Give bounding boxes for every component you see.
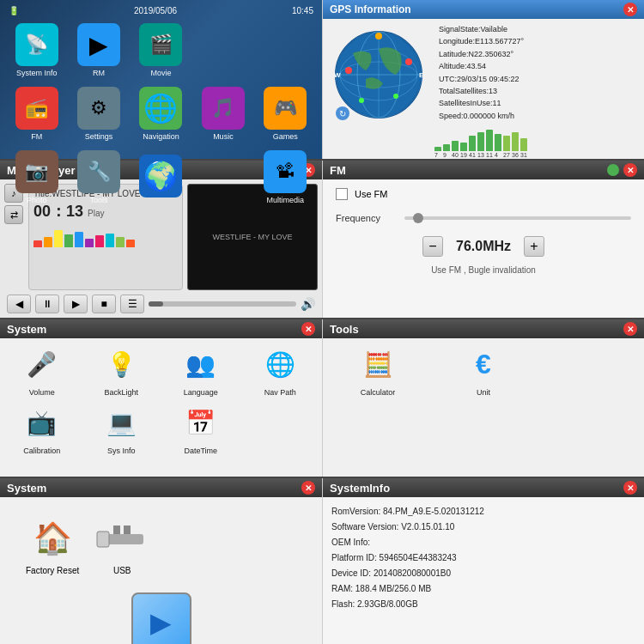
- sys-volume[interactable]: 🎤 Volume: [4, 343, 80, 397]
- app-movie[interactable]: 🎬 Movie: [131, 20, 191, 81]
- fm-use-label: Use FM: [355, 189, 388, 199]
- gps-close-button[interactable]: ✕: [623, 3, 637, 16]
- music-progress-bar[interactable]: [149, 301, 296, 307]
- status-bar: 🔋 2019/05/06 10:45: [4, 4, 318, 17]
- svg-point-8: [405, 58, 412, 65]
- navpath-icon-img: 🌐: [258, 343, 301, 386]
- sys-sysinfo[interactable]: 💻 Sys Info: [84, 401, 160, 455]
- navigation-icon: 🌐: [139, 87, 182, 130]
- gps-bar-labels: 7 9 40 19 41 13 11 4 27 36 31: [434, 152, 640, 158]
- sys-language[interactable]: 👥 Language: [163, 343, 239, 397]
- unit-label: Unit: [477, 388, 490, 397]
- app-fm[interactable]: 📻 FM: [7, 83, 66, 144]
- empty-icon3: [202, 155, 245, 197]
- fm-frequency-value: 76.0MHz: [456, 239, 511, 254]
- app-music[interactable]: 🎵 Music: [193, 83, 252, 144]
- movie-label: Movie: [150, 69, 171, 77]
- factory-reset-icon[interactable]: 🏠 Factory Reset: [26, 514, 79, 575]
- platform-id: Platform ID: 5946504E44383243: [331, 550, 635, 566]
- app-rm[interactable]: ▶ RM: [69, 20, 128, 81]
- stop-button[interactable]: ■: [92, 295, 116, 313]
- app-nav2[interactable]: 🌍: [131, 147, 191, 208]
- factory-reset-img: 🏠: [27, 514, 78, 562]
- app-grid-panel: 🔋 2019/05/06 10:45 📡 System Info ▶ RM 🎬 …: [0, 0, 322, 159]
- app-tools[interactable]: 🔧 Tools: [69, 147, 128, 208]
- unit-icon-img: €: [462, 343, 505, 386]
- gps-signal-bars: [434, 125, 640, 151]
- pause-button[interactable]: ⏸: [35, 295, 59, 313]
- app-settings[interactable]: ⚙ Settings: [69, 83, 128, 144]
- fm-note: Use FM , Bugle invalidation: [336, 265, 631, 275]
- bottom-system-title: System: [7, 482, 46, 495]
- system-info-close-button[interactable]: ✕: [623, 481, 637, 495]
- language-icon-img: 👥: [179, 343, 222, 386]
- play-big-button[interactable]: ▶: [131, 592, 191, 644]
- gps-header: GPS Information ✕: [323, 0, 644, 19]
- fm-slider-thumb[interactable]: [413, 213, 423, 223]
- games-label: Games: [273, 132, 298, 141]
- equalizer: [33, 226, 178, 247]
- app-multimedia[interactable]: 📽 Multimedia: [256, 147, 315, 208]
- tool-unit[interactable]: € Unit: [433, 343, 534, 397]
- multimedia-label: Multimedia: [267, 196, 305, 204]
- rm-label: RM: [93, 69, 105, 77]
- tools-header: Tools ✕: [323, 319, 644, 338]
- app-empty1: [193, 20, 252, 81]
- sys-navpath[interactable]: 🌐 Nav Path: [243, 343, 319, 397]
- app-system-info[interactable]: 📡 System Info: [7, 20, 66, 81]
- backlight-label: BackLight: [104, 388, 138, 397]
- tool-calculator[interactable]: 🧮 Calculator: [327, 343, 428, 397]
- list-button[interactable]: ☰: [120, 295, 144, 313]
- fm-close-button[interactable]: ✕: [623, 163, 637, 177]
- fm-use-checkbox[interactable]: [336, 188, 348, 200]
- sys-datetime[interactable]: 📅 DateTime: [163, 401, 239, 455]
- volume-icon-img: 🎤: [21, 343, 64, 386]
- fm-frequency-row: Frequency: [336, 213, 631, 223]
- tools-close-button[interactable]: ✕: [623, 322, 637, 336]
- usb-label: USB: [113, 566, 131, 575]
- sysinfo-content: RomVersion: 84.PM_A9.E-5.020131212 Softw…: [323, 497, 644, 619]
- system-title: System: [7, 323, 46, 336]
- battery-icon: 🔋: [9, 6, 19, 15]
- system-icons-grid: 🎤 Volume 💡 BackLight 👥 Language 🌐 Nav Pa…: [0, 338, 322, 459]
- svg-rect-19: [97, 532, 109, 547]
- bottom-system-close-button[interactable]: ✕: [301, 481, 315, 495]
- factory-reset-label: Factory Reset: [26, 566, 79, 575]
- fm-header: FM ✕: [323, 161, 644, 179]
- fm-minus-button[interactable]: −: [422, 236, 443, 257]
- sysinfo-icon-img: 💻: [100, 401, 143, 444]
- gps-panel: GPS Information ✕: [322, 0, 644, 159]
- fm-frequency-slider[interactable]: [404, 216, 631, 220]
- music-controls: ◀ ⏸ ▶ ■ ☰ 🔊: [4, 295, 318, 313]
- prev-button[interactable]: ◀: [7, 295, 31, 313]
- next-button[interactable]: ▶: [64, 295, 88, 313]
- fm-plus-button[interactable]: +: [524, 236, 544, 257]
- svg-point-7: [345, 67, 352, 74]
- tools-label: Tools: [90, 196, 108, 204]
- app-navigation[interactable]: 🌐 Navigation: [131, 83, 191, 144]
- navigation-label: Navigation: [143, 132, 179, 141]
- app-games[interactable]: 🎮 Games: [256, 83, 315, 144]
- multimedia-icon: 📽: [264, 150, 307, 193]
- svg-text:E: E: [419, 71, 424, 79]
- gps-content: W E ↻ SignalState:Vailable Longitude:E11…: [323, 19, 644, 159]
- system-close-button[interactable]: ✕: [301, 322, 315, 336]
- fm-minimize-button[interactable]: [607, 164, 619, 176]
- flash-info: Flash: 2.93GB/8.00GB: [331, 597, 635, 612]
- ram-info: RAM: 188.4 MB/256.0 MB: [331, 581, 635, 597]
- system-info-label: System Info: [16, 69, 58, 77]
- fm-title: FM: [330, 164, 346, 177]
- volume-icon: 🔊: [301, 297, 315, 311]
- volume-label: Volume: [29, 388, 55, 397]
- app-photo[interactable]: 📷 Photo: [7, 147, 66, 208]
- photo-label: Photo: [27, 196, 47, 204]
- sys-backlight[interactable]: 💡 BackLight: [84, 343, 160, 397]
- usb-img: [96, 514, 148, 562]
- usb-icon[interactable]: USB: [96, 514, 148, 575]
- gps-title: GPS Information: [330, 3, 411, 15]
- games-icon: 🎮: [264, 87, 307, 130]
- system-info-header: SystemInfo ✕: [323, 478, 644, 497]
- sys-calibration[interactable]: 📺 Calibration: [4, 401, 80, 455]
- empty-icon2: [264, 27, 307, 70]
- gps-globe: W E ↻: [327, 23, 430, 126]
